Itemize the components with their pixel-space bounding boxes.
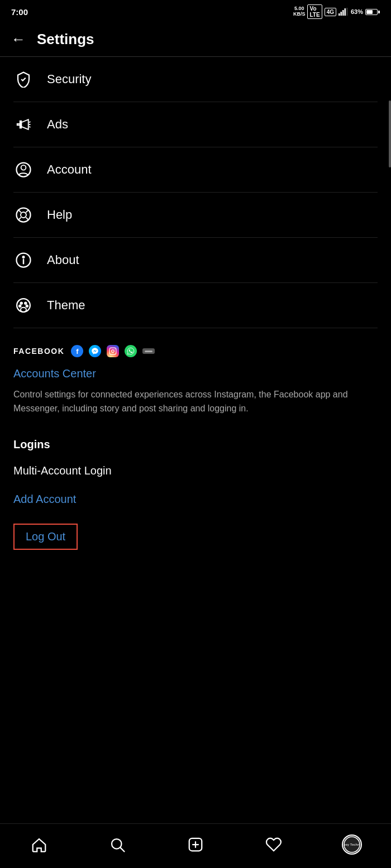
palette-icon <box>13 295 34 315</box>
battery-percent: 63% <box>351 8 363 15</box>
about-label: About <box>47 253 79 267</box>
header: ← Settings <box>0 22 391 57</box>
settings-item-about[interactable]: About <box>0 238 391 282</box>
svg-point-27 <box>112 350 115 353</box>
svg-text:Money Technical: Money Technical <box>344 843 360 846</box>
signal-icon <box>338 8 349 16</box>
settings-item-account[interactable]: Account <box>0 147 391 192</box>
facebook-section: FACEBOOK f <box>0 328 391 421</box>
scroll-indicator[interactable] <box>389 100 391 167</box>
svg-line-14 <box>18 210 21 212</box>
nav-profile[interactable]: Money Technical <box>313 835 391 855</box>
profile-avatar: Money Technical <box>342 835 362 855</box>
help-label: Help <box>47 208 72 222</box>
svg-line-7 <box>29 122 31 122</box>
heart-icon <box>265 836 283 853</box>
vo-lte-badge: VoLTE <box>307 4 322 19</box>
add-icon <box>187 836 204 853</box>
network-badge: 4G <box>325 8 336 16</box>
info-circle-icon <box>13 250 34 270</box>
facebook-icon: f <box>71 345 83 357</box>
svg-rect-1 <box>340 12 342 16</box>
svg-rect-0 <box>338 13 340 16</box>
back-button[interactable]: ← <box>11 31 26 48</box>
security-label: Security <box>47 72 91 87</box>
bottom-navigation: Money Technical <box>0 823 391 868</box>
data-speed: 5.00 KB/S <box>293 6 306 17</box>
instagram-icon <box>107 345 119 357</box>
settings-item-help[interactable]: Help <box>0 193 391 237</box>
whatsapp-icon <box>125 345 137 357</box>
page-title: Settings <box>37 31 94 48</box>
svg-point-11 <box>21 165 26 170</box>
svg-line-9 <box>29 127 31 127</box>
svg-rect-26 <box>110 348 117 354</box>
facebook-label: FACEBOOK <box>13 347 64 356</box>
settings-item-theme[interactable]: Theme <box>0 283 391 328</box>
page-content: Security Ads <box>0 57 391 611</box>
settings-list: Security Ads <box>0 57 391 328</box>
nav-add[interactable] <box>156 836 235 853</box>
svg-line-17 <box>26 217 28 219</box>
person-circle-icon <box>13 160 34 180</box>
svg-rect-4 <box>346 8 348 16</box>
nav-search[interactable] <box>78 836 156 853</box>
settings-item-ads[interactable]: Ads <box>0 102 391 147</box>
svg-rect-2 <box>342 10 344 16</box>
search-icon <box>108 836 126 853</box>
facebook-header: FACEBOOK f <box>13 345 378 357</box>
nav-home[interactable] <box>0 836 78 853</box>
more-apps-icon <box>142 348 155 354</box>
svg-point-20 <box>23 256 25 258</box>
multi-account-login-item[interactable]: Multi-Account Login <box>13 464 378 477</box>
svg-point-28 <box>115 349 115 349</box>
ads-label: Ads <box>47 117 68 132</box>
svg-point-25 <box>19 305 21 307</box>
logout-container: Log Out <box>0 524 391 567</box>
svg-point-24 <box>26 305 28 307</box>
logins-section: Logins Multi-Account Login Add Account <box>0 421 391 506</box>
svg-point-22 <box>21 303 22 304</box>
messenger-icon <box>89 345 101 357</box>
settings-item-security[interactable]: Security <box>0 57 391 102</box>
add-account-link[interactable]: Add Account <box>13 493 378 506</box>
logins-title: Logins <box>13 438 378 451</box>
logout-button[interactable]: Log Out <box>13 524 78 550</box>
facebook-app-icons: f <box>71 345 155 357</box>
accounts-center-link[interactable]: Accounts Center <box>13 367 378 380</box>
shield-check-icon <box>13 69 34 89</box>
status-time: 7:00 <box>11 7 28 17</box>
battery-icon <box>365 9 380 15</box>
accounts-center-description: Control settings for connected experienc… <box>13 388 378 416</box>
nav-activity[interactable] <box>235 836 313 853</box>
status-icons: 5.00 KB/S VoLTE 4G 63% <box>293 4 380 19</box>
svg-rect-3 <box>344 8 346 16</box>
svg-line-15 <box>26 210 28 212</box>
status-bar: 7:00 5.00 KB/S VoLTE 4G 63% <box>0 0 391 22</box>
lifebuoy-icon <box>13 205 34 225</box>
megaphone-icon <box>13 114 34 135</box>
svg-point-13 <box>21 212 26 218</box>
home-icon <box>30 836 48 853</box>
svg-line-16 <box>18 217 21 219</box>
theme-label: Theme <box>47 298 85 313</box>
svg-point-23 <box>25 303 26 304</box>
svg-line-30 <box>121 847 125 851</box>
account-label: Account <box>47 162 92 177</box>
